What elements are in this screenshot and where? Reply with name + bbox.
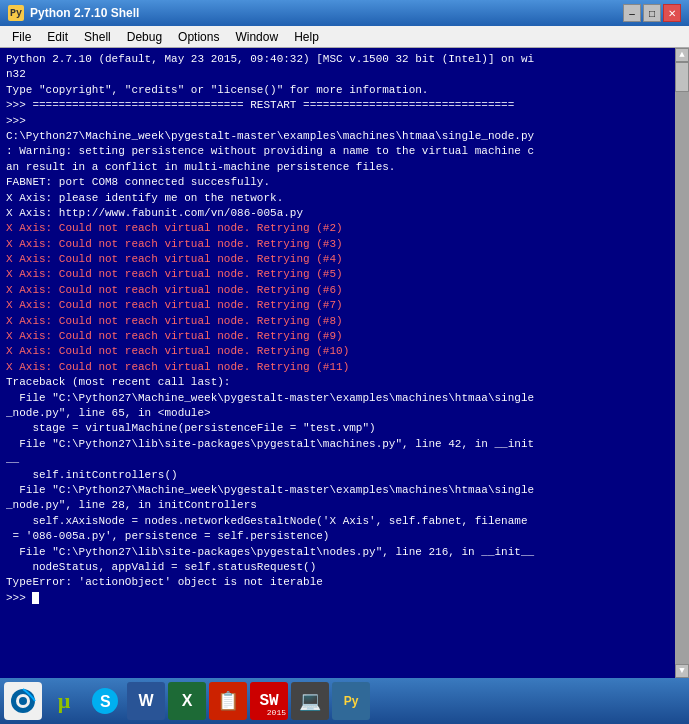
menu-debug[interactable]: Debug: [119, 28, 170, 46]
menu-file[interactable]: File: [4, 28, 39, 46]
menu-window[interactable]: Window: [227, 28, 286, 46]
menu-options[interactable]: Options: [170, 28, 227, 46]
scroll-up-arrow[interactable]: ▲: [675, 48, 689, 62]
shell-line: X Axis: Could not reach virtual node. Re…: [6, 237, 669, 252]
word-icon: W: [138, 692, 153, 710]
shell-line: = '086-005a.py', persistence = self.pers…: [6, 529, 669, 544]
title-bar-left: Py Python 2.7.10 Shell: [8, 5, 139, 21]
scrollbar[interactable]: ▲ ▼: [675, 48, 689, 678]
shell-line: X Axis: Could not reach virtual node. Re…: [6, 344, 669, 359]
app2-icon: 💻: [299, 690, 321, 712]
thunderbird-icon: [9, 687, 37, 715]
shell-line: C:\Python27\Machine_week\pygestalt-maste…: [6, 129, 669, 144]
shell-line: File "C:\Python27\lib\site-packages\pyge…: [6, 437, 669, 452]
shell-line: n32: [6, 67, 669, 82]
shell-line: TypeError: 'actionObject' object is not …: [6, 575, 669, 590]
scroll-down-arrow[interactable]: ▼: [675, 664, 689, 678]
taskbar-app1[interactable]: 📋: [209, 682, 247, 720]
shell-line: File "C:\Python27\Machine_week\pygestalt…: [6, 391, 669, 406]
shell-line: self.initControllers(): [6, 468, 669, 483]
shell-line: an result in a conflict in multi-machine…: [6, 160, 669, 175]
python-taskbar-icon: Py: [344, 694, 359, 708]
taskbar-python[interactable]: Py: [332, 682, 370, 720]
window-title: Python 2.7.10 Shell: [30, 6, 139, 20]
python-icon: Py: [8, 5, 24, 21]
shell-text-area[interactable]: Python 2.7.10 (default, May 23 2015, 09:…: [6, 52, 683, 674]
scroll-track[interactable]: [675, 62, 689, 664]
shell-line: >>>: [6, 114, 669, 129]
shell-line: X Axis: http://www.fabunit.com/vn/086-00…: [6, 206, 669, 221]
taskbar-excel[interactable]: X: [168, 682, 206, 720]
title-bar: Py Python 2.7.10 Shell – □ ✕: [0, 0, 689, 26]
close-button[interactable]: ✕: [663, 4, 681, 22]
app1-icon: 📋: [217, 690, 239, 712]
svg-point-2: [19, 697, 27, 705]
taskbar-word[interactable]: W: [127, 682, 165, 720]
shell-line: Traceback (most recent call last):: [6, 375, 669, 390]
shell-line: >>> ================================ RES…: [6, 98, 669, 113]
shell-line: X Axis: Could not reach virtual node. Re…: [6, 298, 669, 313]
taskbar: µ S W X 📋 SW 2015 💻 Py: [0, 678, 689, 724]
shell-line: __: [6, 452, 669, 467]
shell-line: File "C:\Python27\lib\site-packages\pyge…: [6, 545, 669, 560]
shell-line: X Axis: Could not reach virtual node. Re…: [6, 252, 669, 267]
scroll-thumb[interactable]: [675, 62, 689, 92]
maximize-button[interactable]: □: [643, 4, 661, 22]
shell-line: X Axis: Could not reach virtual node. Re…: [6, 283, 669, 298]
menu-help[interactable]: Help: [286, 28, 327, 46]
shell-line: X Axis: please identify me on the networ…: [6, 191, 669, 206]
shell-line: X Axis: Could not reach virtual node. Re…: [6, 360, 669, 375]
shell-line: nodeStatus, appValid = self.statusReques…: [6, 560, 669, 575]
svg-text:S: S: [100, 693, 111, 710]
taskbar-antivirus[interactable]: SW 2015: [250, 682, 288, 720]
shell-line: Type "copyright", "credits" or "license(…: [6, 83, 669, 98]
shell-line: FABNET: port COM8 connected succesfully.: [6, 175, 669, 190]
shell-line: File "C:\Python27\Machine_week\pygestalt…: [6, 483, 669, 498]
shell-line: X Axis: Could not reach virtual node. Re…: [6, 329, 669, 344]
shell-line: self.xAxisNode = nodes.networkedGestaltN…: [6, 514, 669, 529]
minimize-button[interactable]: –: [623, 4, 641, 22]
window-controls: – □ ✕: [623, 4, 681, 22]
taskbar-skype[interactable]: S: [86, 682, 124, 720]
shell-line: X Axis: Could not reach virtual node. Re…: [6, 267, 669, 282]
utorrent-icon: µ: [58, 688, 71, 714]
shell-line: : Warning: setting persistence without p…: [6, 144, 669, 159]
shell-line: X Axis: Could not reach virtual node. Re…: [6, 221, 669, 236]
shell-line: >>>: [6, 591, 669, 606]
menu-bar: File Edit Shell Debug Options Window Hel…: [0, 26, 689, 48]
menu-edit[interactable]: Edit: [39, 28, 76, 46]
shell-line: Python 2.7.10 (default, May 23 2015, 09:…: [6, 52, 669, 67]
menu-shell[interactable]: Shell: [76, 28, 119, 46]
shell-line: stage = virtualMachine(persistenceFile =…: [6, 421, 669, 436]
taskbar-app2[interactable]: 💻: [291, 682, 329, 720]
taskbar-utorrent[interactable]: µ: [45, 682, 83, 720]
taskbar-thunderbird[interactable]: [4, 682, 42, 720]
excel-icon: X: [182, 692, 193, 710]
shell-output: Python 2.7.10 (default, May 23 2015, 09:…: [0, 48, 689, 678]
shell-line: X Axis: Could not reach virtual node. Re…: [6, 314, 669, 329]
shell-line: _node.py", line 28, in initControllers: [6, 498, 669, 513]
skype-icon: S: [91, 687, 119, 715]
shell-line: _node.py", line 65, in <module>: [6, 406, 669, 421]
